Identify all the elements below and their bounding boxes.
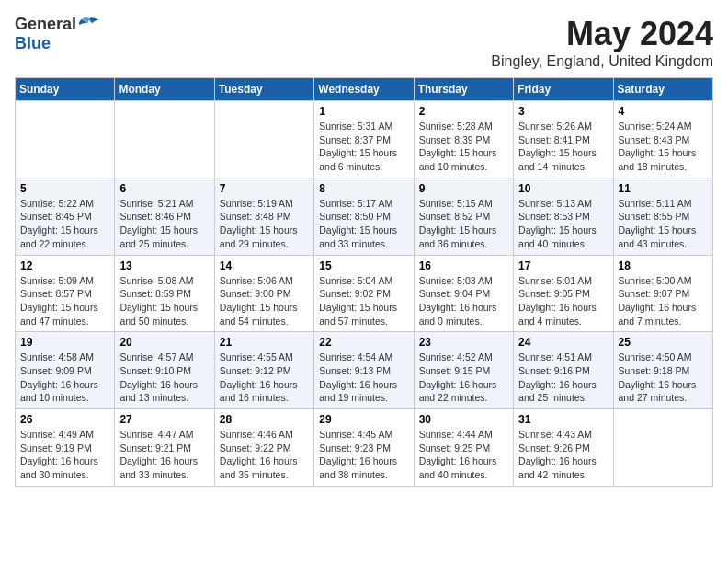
day-info: Sunrise: 4:47 AMSunset: 9:21 PMDaylight:… [119, 428, 209, 482]
calendar-cell: 4Sunrise: 5:24 AMSunset: 8:43 PMDaylight… [613, 101, 712, 178]
day-info: Sunrise: 4:43 AMSunset: 9:26 PMDaylight:… [518, 428, 608, 482]
day-info: Sunrise: 4:46 AMSunset: 9:22 PMDaylight:… [220, 428, 309, 482]
calendar-week-row: 26Sunrise: 4:49 AMSunset: 9:19 PMDayligh… [16, 409, 713, 487]
calendar-week-row: 12Sunrise: 5:09 AMSunset: 8:57 PMDayligh… [16, 255, 713, 332]
weekday-header-monday: Monday [115, 78, 214, 101]
day-number: 14 [220, 259, 309, 272]
month-title: May 2024 [491, 15, 713, 53]
logo: General Blue [15, 15, 100, 53]
day-number: 15 [319, 259, 408, 272]
day-number: 17 [518, 259, 608, 272]
calendar-cell: 2Sunrise: 5:28 AMSunset: 8:39 PMDaylight… [414, 101, 513, 178]
day-info: Sunrise: 5:24 AMSunset: 8:43 PMDaylight:… [619, 120, 708, 174]
calendar-cell: 24Sunrise: 4:51 AMSunset: 9:16 PMDayligh… [514, 332, 613, 409]
calendar-cell: 10Sunrise: 5:13 AMSunset: 8:53 PMDayligh… [514, 178, 613, 255]
day-info: Sunrise: 4:50 AMSunset: 9:18 PMDaylight:… [619, 350, 708, 405]
calendar-cell: 28Sunrise: 4:46 AMSunset: 9:22 PMDayligh… [214, 409, 313, 487]
day-number: 23 [419, 336, 508, 349]
day-info: Sunrise: 4:49 AMSunset: 9:19 PMDaylight:… [20, 428, 109, 482]
logo-general: General [15, 15, 76, 34]
day-number: 8 [319, 182, 408, 195]
location-title: Bingley, England, United Kingdom [491, 53, 713, 70]
day-number: 26 [20, 413, 109, 426]
calendar-week-row: 5Sunrise: 5:22 AMSunset: 8:45 PMDaylight… [16, 178, 713, 255]
calendar-week-row: 1Sunrise: 5:31 AMSunset: 8:37 PMDaylight… [16, 101, 713, 178]
day-info: Sunrise: 5:06 AMSunset: 9:00 PMDaylight:… [220, 274, 309, 328]
day-number: 10 [518, 182, 608, 195]
calendar-cell [16, 101, 115, 178]
logo-bird-icon [78, 17, 100, 33]
weekday-header-row: SundayMondayTuesdayWednesdayThursdayFrid… [16, 78, 713, 101]
calendar-cell [115, 101, 214, 178]
day-info: Sunrise: 5:21 AMSunset: 8:46 PMDaylight:… [119, 197, 209, 251]
weekday-header-friday: Friday [514, 78, 613, 101]
calendar-cell: 27Sunrise: 4:47 AMSunset: 9:21 PMDayligh… [115, 409, 214, 487]
day-info: Sunrise: 4:57 AMSunset: 9:10 PMDaylight:… [119, 350, 209, 405]
calendar-week-row: 19Sunrise: 4:58 AMSunset: 9:09 PMDayligh… [16, 332, 713, 409]
calendar-cell: 17Sunrise: 5:01 AMSunset: 9:05 PMDayligh… [514, 255, 613, 332]
day-info: Sunrise: 4:55 AMSunset: 9:12 PMDaylight:… [220, 350, 309, 405]
calendar-cell: 9Sunrise: 5:15 AMSunset: 8:52 PMDaylight… [414, 178, 513, 255]
calendar-cell [613, 409, 712, 487]
calendar-cell: 16Sunrise: 5:03 AMSunset: 9:04 PMDayligh… [414, 255, 513, 332]
calendar-cell: 13Sunrise: 5:08 AMSunset: 8:59 PMDayligh… [115, 255, 214, 332]
day-number: 11 [619, 182, 708, 195]
calendar-table: SundayMondayTuesdayWednesdayThursdayFrid… [15, 77, 713, 487]
day-number: 3 [518, 105, 608, 118]
day-number: 5 [20, 182, 109, 195]
weekday-header-tuesday: Tuesday [214, 78, 313, 101]
day-info: Sunrise: 5:19 AMSunset: 8:48 PMDaylight:… [220, 197, 309, 251]
weekday-header-wednesday: Wednesday [314, 78, 414, 101]
day-number: 9 [419, 182, 508, 195]
day-number: 12 [20, 259, 109, 272]
day-info: Sunrise: 5:26 AMSunset: 8:41 PMDaylight:… [518, 120, 608, 174]
title-area: May 2024 Bingley, England, United Kingdo… [491, 15, 713, 70]
day-number: 19 [20, 336, 109, 349]
day-number: 27 [119, 413, 209, 426]
day-number: 6 [119, 182, 209, 195]
calendar-cell: 7Sunrise: 5:19 AMSunset: 8:48 PMDaylight… [214, 178, 313, 255]
day-number: 18 [619, 259, 708, 272]
day-number: 13 [119, 259, 209, 272]
day-info: Sunrise: 5:03 AMSunset: 9:04 PMDaylight:… [419, 274, 508, 328]
day-info: Sunrise: 5:31 AMSunset: 8:37 PMDaylight:… [319, 120, 408, 174]
day-number: 24 [518, 336, 608, 349]
calendar-cell: 18Sunrise: 5:00 AMSunset: 9:07 PMDayligh… [613, 255, 712, 332]
calendar-cell: 21Sunrise: 4:55 AMSunset: 9:12 PMDayligh… [214, 332, 313, 409]
calendar-cell [214, 101, 313, 178]
day-number: 20 [119, 336, 209, 349]
day-number: 16 [419, 259, 508, 272]
calendar-cell: 22Sunrise: 4:54 AMSunset: 9:13 PMDayligh… [314, 332, 414, 409]
day-info: Sunrise: 5:28 AMSunset: 8:39 PMDaylight:… [419, 120, 508, 174]
day-info: Sunrise: 5:00 AMSunset: 9:07 PMDaylight:… [619, 274, 708, 328]
day-info: Sunrise: 5:11 AMSunset: 8:55 PMDaylight:… [619, 197, 708, 251]
day-info: Sunrise: 5:09 AMSunset: 8:57 PMDaylight:… [20, 274, 109, 328]
day-number: 2 [419, 105, 508, 118]
logo-blue: Blue [15, 34, 51, 53]
day-info: Sunrise: 5:13 AMSunset: 8:53 PMDaylight:… [518, 197, 608, 251]
day-info: Sunrise: 4:54 AMSunset: 9:13 PMDaylight:… [319, 350, 408, 405]
calendar-cell: 1Sunrise: 5:31 AMSunset: 8:37 PMDaylight… [314, 101, 414, 178]
day-number: 22 [319, 336, 408, 349]
weekday-header-thursday: Thursday [414, 78, 513, 101]
page-header: General Blue May 2024 Bingley, England, … [15, 15, 713, 70]
calendar-cell: 23Sunrise: 4:52 AMSunset: 9:15 PMDayligh… [414, 332, 513, 409]
day-number: 7 [220, 182, 309, 195]
weekday-header-saturday: Saturday [613, 78, 712, 101]
calendar-cell: 25Sunrise: 4:50 AMSunset: 9:18 PMDayligh… [613, 332, 712, 409]
calendar-cell: 30Sunrise: 4:44 AMSunset: 9:25 PMDayligh… [414, 409, 513, 487]
calendar-cell: 19Sunrise: 4:58 AMSunset: 9:09 PMDayligh… [16, 332, 115, 409]
calendar-cell: 11Sunrise: 5:11 AMSunset: 8:55 PMDayligh… [613, 178, 712, 255]
day-number: 1 [319, 105, 408, 118]
day-info: Sunrise: 5:15 AMSunset: 8:52 PMDaylight:… [419, 197, 508, 251]
calendar-cell: 14Sunrise: 5:06 AMSunset: 9:00 PMDayligh… [214, 255, 313, 332]
day-info: Sunrise: 4:44 AMSunset: 9:25 PMDaylight:… [419, 428, 508, 482]
day-info: Sunrise: 4:51 AMSunset: 9:16 PMDaylight:… [518, 350, 608, 405]
calendar-cell: 31Sunrise: 4:43 AMSunset: 9:26 PMDayligh… [514, 409, 613, 487]
calendar-cell: 15Sunrise: 5:04 AMSunset: 9:02 PMDayligh… [314, 255, 414, 332]
day-number: 25 [619, 336, 708, 349]
day-number: 31 [518, 413, 608, 426]
calendar-cell: 5Sunrise: 5:22 AMSunset: 8:45 PMDaylight… [16, 178, 115, 255]
day-info: Sunrise: 5:04 AMSunset: 9:02 PMDaylight:… [319, 274, 408, 328]
day-info: Sunrise: 5:08 AMSunset: 8:59 PMDaylight:… [119, 274, 209, 328]
